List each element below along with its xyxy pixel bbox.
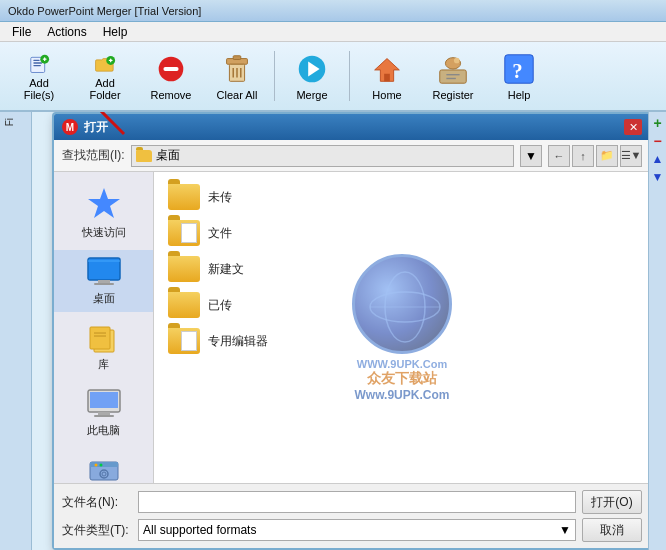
dialog-toolbar: 查找范围(I): 桌面 ▼ ← ↑ 📁 ☰▼ [54, 140, 648, 172]
cancel-button[interactable]: 取消 [582, 518, 642, 542]
file-label-xinjian: 新建文 [208, 261, 244, 278]
file-item-wenjian[interactable]: 文件 [162, 216, 642, 250]
nav-this-pc-label: 此电脑 [87, 423, 120, 438]
file-item-weicha[interactable]: 未传 [162, 180, 642, 214]
folder-icon-xinjian [168, 256, 200, 282]
filetype-dropdown-arrow: ▼ [559, 523, 571, 537]
help-icon: ? [500, 51, 538, 87]
remove-label: Remove [151, 89, 192, 101]
filename-input[interactable] [138, 491, 576, 513]
svg-rect-17 [233, 56, 241, 60]
remove-icon [152, 51, 190, 87]
filetype-label: 文件类型(T): [62, 522, 132, 539]
footer-filename-row: 文件名(N): 打开(O) [62, 490, 642, 514]
add-file-icon [20, 51, 58, 75]
svg-rect-3 [33, 65, 41, 66]
title-bar: Okdo PowerPoint Merger [Trial Version] [0, 0, 666, 22]
nav-back-button[interactable]: ← [548, 145, 570, 167]
star-icon [86, 186, 122, 222]
right-panel: + − ▲ ▼ [648, 112, 666, 550]
location-box[interactable]: 桌面 [131, 145, 514, 167]
svg-point-23 [454, 58, 460, 64]
dialog-title-bar: M 打开 ✕ [54, 114, 648, 140]
title-bar-text: Okdo PowerPoint Merger [Trial Version] [8, 5, 201, 17]
menu-help[interactable]: Help [95, 23, 136, 41]
clear-all-label: Clear All [217, 89, 258, 101]
folder-icon-yicha [168, 292, 200, 318]
register-label: Register [433, 89, 474, 101]
svg-rect-40 [90, 392, 118, 408]
content-panel: M 打开 ✕ 查找范围(I): 桌面 ▼ ← ↑ 📁 ☰▼ [32, 112, 648, 550]
nav-item-quick-access[interactable]: 快速访问 [54, 180, 153, 246]
location-label: 查找范围(I): [62, 147, 125, 164]
location-dropdown-button[interactable]: ▼ [520, 145, 542, 167]
help-button[interactable]: ? Help [488, 46, 550, 106]
dialog-body: 快速访问 桌面 [54, 172, 648, 483]
up-right-button[interactable]: ▲ [651, 152, 665, 166]
dialog-file-list[interactable]: WWW.9UPK.Com 众友下载站 Www.9UPK.Com 未传 文件 [154, 172, 648, 483]
help-label: Help [508, 89, 531, 101]
file-open-dialog: M 打开 ✕ 查找范围(I): 桌面 ▼ ← ↑ 📁 ☰▼ [52, 112, 648, 550]
svg-point-46 [99, 464, 102, 467]
svg-marker-30 [88, 188, 120, 218]
desktop-icon [86, 256, 122, 288]
svg-point-45 [94, 464, 97, 467]
footer-filetype-row: 文件类型(T): All supported formats ▼ 取消 [62, 518, 642, 542]
toolbar-separator-1 [274, 51, 275, 101]
svg-rect-1 [33, 60, 39, 61]
clear-all-icon [218, 51, 256, 87]
register-icon [434, 51, 472, 87]
nav-library-label: 库 [98, 357, 109, 372]
left-panel: Fi [0, 112, 32, 550]
home-button[interactable]: Home [356, 46, 418, 106]
menu-actions[interactable]: Actions [39, 23, 94, 41]
svg-rect-42 [94, 415, 114, 417]
file-item-zhuanyong[interactable]: 专用编辑器 [162, 324, 642, 358]
svg-rect-2 [33, 62, 42, 63]
home-label: Home [372, 89, 401, 101]
svg-rect-44 [90, 462, 118, 467]
dialog-title-text: 打开 [84, 119, 624, 136]
filename-label: 文件名(N): [62, 494, 132, 511]
svg-rect-9 [110, 59, 111, 63]
down-right-button[interactable]: ▼ [651, 170, 665, 184]
nav-item-desktop[interactable]: 桌面 [54, 250, 153, 312]
nav-item-this-pc[interactable]: 此电脑 [54, 382, 153, 444]
remove-button[interactable]: Remove [140, 46, 202, 106]
file-item-xinjian[interactable]: 新建文 [162, 252, 642, 286]
home-icon [368, 51, 406, 87]
folder-icon-zhuanyong [168, 328, 200, 354]
svg-text:?: ? [512, 59, 522, 83]
svg-rect-36 [90, 327, 110, 349]
nav-item-network[interactable]: 网络 [54, 448, 153, 483]
file-label-wenjian: 文件 [208, 225, 232, 242]
merge-button[interactable]: Merge [281, 46, 343, 106]
main-area: Fi M 打开 ✕ 查找范围(I): [0, 112, 666, 550]
menu-file[interactable]: File [4, 23, 39, 41]
nav-up-button[interactable]: ↑ [572, 145, 594, 167]
svg-rect-32 [88, 260, 120, 262]
folder-icon-wenjian [168, 220, 200, 246]
merge-label: Merge [296, 89, 327, 101]
svg-rect-34 [94, 283, 114, 285]
add-right-button[interactable]: + [651, 116, 665, 130]
merge-icon [293, 51, 331, 87]
dialog-close-button[interactable]: ✕ [624, 119, 642, 135]
nav-item-library[interactable]: 库 [54, 316, 153, 378]
open-button[interactable]: 打开(O) [582, 490, 642, 514]
nav-new-folder-button[interactable]: 📁 [596, 145, 618, 167]
folder-icon-weicha [168, 184, 200, 210]
computer-icon [86, 388, 122, 420]
remove-right-button[interactable]: − [651, 134, 665, 148]
nav-quick-access-label: 快速访问 [82, 225, 126, 240]
add-files-button[interactable]: Add File(s) [8, 46, 70, 106]
toolbar: Add File(s) Add Folder Remove Clear All [0, 42, 666, 112]
clear-all-button[interactable]: Clear All [206, 46, 268, 106]
register-button[interactable]: Register [422, 46, 484, 106]
network-icon [86, 454, 122, 483]
toolbar-separator-2 [349, 51, 350, 101]
file-item-yicha[interactable]: 已传 [162, 288, 642, 322]
add-folder-button[interactable]: Add Folder [74, 46, 136, 106]
filetype-dropdown[interactable]: All supported formats ▼ [138, 519, 576, 541]
nav-view-button[interactable]: ☰▼ [620, 145, 642, 167]
